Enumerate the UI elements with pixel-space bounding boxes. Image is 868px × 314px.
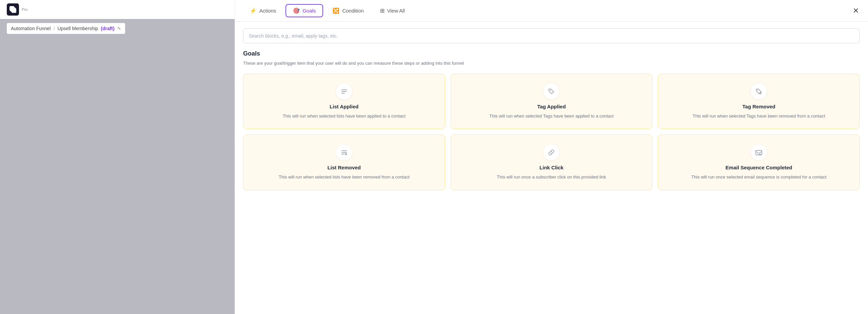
condition-tab-icon: 🔀: [333, 7, 339, 14]
tab-view-all[interactable]: ⊞ View All: [373, 5, 412, 17]
cards-grid: List Applied This will run when selected…: [243, 74, 860, 198]
tab-actions[interactable]: ⚡ Actions: [243, 5, 283, 17]
goal-card-email-sequence-completed[interactable]: Email Sequence Completed This will run o…: [658, 134, 860, 190]
svg-rect-7: [341, 150, 347, 151]
breadcrumb-status: (draft): [101, 26, 114, 31]
tab-view-all-label: View All: [387, 8, 405, 14]
email-sequence-completed-title: Email Sequence Completed: [726, 165, 792, 170]
svg-rect-2: [341, 93, 345, 93]
link-click-description: This will run once a subscriber click on…: [497, 174, 606, 181]
goal-card-link-click[interactable]: Link Click This will run once a subscrib…: [451, 134, 653, 190]
edit-icon[interactable]: ✎: [117, 26, 121, 31]
tag-applied-title: Tag Applied: [537, 104, 566, 109]
breadcrumb-separator: /: [54, 26, 55, 31]
tab-bar: ⚡ Actions 🎯 Goals 🔀 Condition ⊞ View All…: [235, 0, 868, 22]
tab-condition[interactable]: 🔀 Condition: [326, 5, 370, 17]
email-sequence-icon-wrapper: [751, 144, 767, 161]
tab-goals-label: Goals: [302, 8, 316, 14]
svg-rect-12: [756, 150, 762, 155]
svg-rect-9: [341, 154, 345, 154]
email-sequence-icon: [755, 149, 763, 156]
app-logo: [7, 3, 19, 16]
right-panel: ⚡ Actions 🎯 Goals 🔀 Condition ⊞ View All…: [235, 0, 868, 314]
svg-point-4: [757, 90, 758, 90]
goal-card-list-removed[interactable]: List Removed This will run when selected…: [243, 134, 445, 190]
svg-rect-8: [341, 152, 347, 153]
link-click-title: Link Click: [539, 165, 564, 170]
tag-applied-icon: [548, 88, 555, 95]
tab-goals[interactable]: 🎯 Goals: [285, 4, 323, 17]
left-panel: Pro Automation Funnel / Upsell Membershi…: [0, 0, 235, 314]
breadcrumb: Automation Funnel / Upsell Membership (d…: [7, 23, 125, 34]
goal-card-tag-removed[interactable]: Tag Removed This will run when selected …: [658, 74, 860, 129]
logo-inner: [9, 6, 16, 13]
list-removed-title: List Removed: [328, 165, 361, 170]
list-removed-icon-wrapper: [336, 144, 352, 161]
link-click-icon: [548, 149, 555, 156]
search-input[interactable]: [243, 28, 860, 43]
goals-title: Goals: [243, 50, 860, 57]
list-applied-icon-wrapper: [336, 83, 352, 100]
email-sequence-completed-description: This will run once selected email sequen…: [691, 174, 827, 181]
close-button[interactable]: ✕: [850, 5, 861, 16]
goals-description: These are your goal/trigger item that yo…: [243, 60, 860, 67]
tab-condition-label: Condition: [342, 8, 363, 14]
list-removed-description: This will run when selected lists have b…: [279, 174, 410, 181]
list-removed-icon: [340, 149, 348, 156]
actions-tab-icon: ⚡: [250, 7, 257, 14]
list-applied-description: This will run when selected lists have b…: [283, 113, 406, 120]
goal-card-list-applied[interactable]: List Applied This will run when selected…: [243, 74, 445, 129]
breadcrumb-root: Automation Funnel: [11, 26, 51, 31]
tag-removed-icon: [755, 88, 763, 95]
top-bar: Pro: [0, 0, 235, 19]
svg-rect-1: [341, 91, 347, 92]
breadcrumb-page: Upsell Membership: [57, 26, 98, 31]
tag-removed-description: This will run when selected Tags have be…: [693, 113, 825, 120]
svg-rect-0: [341, 89, 347, 90]
svg-point-3: [550, 90, 551, 90]
link-click-icon-wrapper: [543, 144, 559, 161]
tag-removed-title: Tag Removed: [743, 104, 775, 109]
pro-badge: Pro: [22, 7, 27, 12]
tag-applied-icon-wrapper: [543, 83, 559, 100]
tag-removed-icon-wrapper: [751, 83, 767, 100]
goals-tab-icon: 🎯: [293, 7, 300, 14]
search-wrapper: [235, 22, 868, 47]
tab-actions-label: Actions: [259, 8, 276, 14]
goal-card-tag-applied[interactable]: Tag Applied This will run when selected …: [451, 74, 653, 129]
goals-section: Goals These are your goal/trigger item t…: [235, 47, 868, 314]
list-applied-title: List Applied: [330, 104, 358, 109]
view-all-tab-icon: ⊞: [380, 7, 384, 14]
list-applied-icon: [340, 88, 348, 95]
tag-applied-description: This will run when selected Tags have be…: [489, 113, 614, 120]
